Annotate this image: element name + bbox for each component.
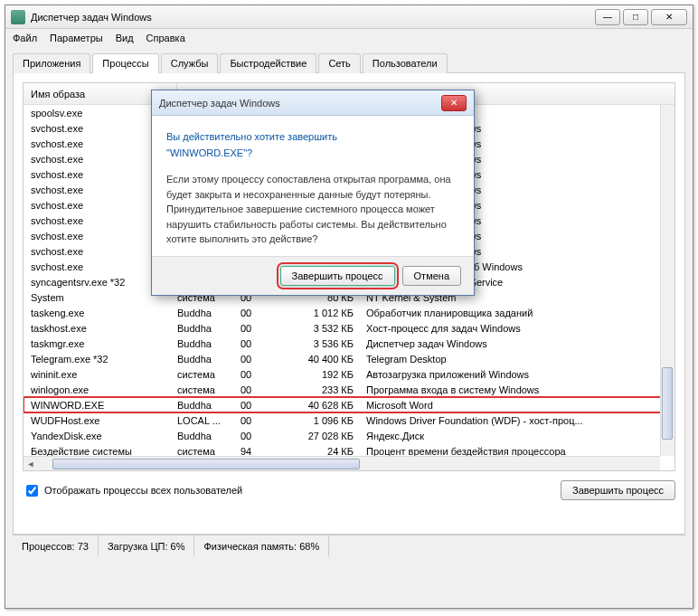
status-memory: Физическая память: 68%: [194, 535, 329, 556]
cell-mem: 3 532 КБ: [275, 323, 361, 334]
table-row[interactable]: taskmgr.exeBuddha003 536 КБДиспетчер зад…: [24, 336, 674, 351]
cell-cpu: 00: [241, 323, 275, 334]
cell-user: система: [177, 384, 241, 395]
status-processes: Процессов: 73: [13, 535, 99, 556]
dialog-end-process-button[interactable]: Завершить процесс: [280, 266, 395, 286]
tab-net[interactable]: Сеть: [318, 53, 360, 73]
cell-user: Buddha: [177, 308, 241, 318]
cell-mem: 1 096 КБ: [275, 415, 361, 426]
status-cpu: Загрузка ЦП: 6%: [99, 535, 195, 556]
cell-user: Buddha: [177, 400, 241, 411]
menu-file[interactable]: Файл: [13, 33, 37, 43]
vertical-scrollbar[interactable]: [660, 105, 674, 456]
scroll-thumb-h[interactable]: [52, 459, 360, 469]
cell-name: YandexDisk.exe: [24, 431, 177, 441]
close-button[interactable]: ✕: [651, 9, 687, 25]
cell-name: WINWORD.EXE: [24, 400, 177, 411]
cell-mem: 40 628 КБ: [275, 400, 361, 411]
cell-name: wininit.exe: [24, 369, 177, 380]
horizontal-scrollbar[interactable]: ◄: [24, 456, 660, 470]
cell-cpu: 94: [241, 446, 275, 457]
cell-mem: 3 536 КБ: [275, 338, 361, 349]
table-row[interactable]: Telegram.exe *32Buddha0040 400 КБTelegra…: [24, 351, 674, 366]
scroll-left-icon[interactable]: ◄: [24, 457, 38, 471]
cell-name: taskhost.exe: [24, 323, 177, 334]
cell-name: taskmgr.exe: [24, 338, 177, 349]
tab-perf[interactable]: Быстродействие: [220, 53, 316, 73]
statusbar: Процессов: 73 Загрузка ЦП: 6% Физическая…: [13, 535, 685, 556]
cell-desc: Microsoft Word: [361, 400, 674, 411]
tab-processes[interactable]: Процессы: [92, 53, 158, 73]
table-row[interactable]: WINWORD.EXEBuddha0040 628 КБMicrosoft Wo…: [24, 397, 674, 412]
cell-cpu: 00: [241, 415, 275, 426]
show-all-label: Отображать процессы всех пользователей: [44, 485, 242, 496]
cell-mem: 40 400 КБ: [275, 354, 361, 365]
cell-mem: 1 012 КБ: [275, 308, 361, 318]
cell-cpu: 00: [241, 354, 275, 365]
cell-cpu: 00: [241, 338, 275, 349]
cell-name: taskeng.exe: [24, 308, 177, 318]
menubar: Файл Параметры Вид Справка: [5, 29, 693, 47]
cell-desc: Процент времени бездействия процессора: [361, 446, 674, 457]
confirm-dialog: Диспетчер задач Windows ✕ Вы действитель…: [151, 90, 475, 296]
end-process-button[interactable]: Завершить процесс: [561, 480, 675, 500]
cell-desc: Telegram Desktop: [361, 354, 674, 365]
cell-name: Telegram.exe *32: [24, 354, 177, 365]
cell-desc: Диспетчер задач Windows: [361, 338, 674, 349]
window-title: Диспетчер задач Windows: [31, 12, 595, 23]
cell-user: Buddha: [177, 338, 241, 349]
dialog-text: Если этому процессу сопоставлена открыта…: [166, 172, 459, 247]
menu-help[interactable]: Справка: [146, 33, 185, 43]
maximize-button[interactable]: □: [623, 9, 648, 25]
cell-desc: Яндекс.Диск: [361, 431, 674, 441]
minimize-button[interactable]: —: [595, 9, 620, 25]
cell-user: система: [177, 369, 241, 380]
cell-mem: 192 КБ: [275, 369, 361, 380]
cell-user: Buddha: [177, 323, 241, 334]
dialog-title: Диспетчер задач Windows: [159, 98, 441, 109]
cell-user: Buddha: [177, 431, 241, 441]
table-row[interactable]: YandexDisk.exeBuddha0027 028 КБЯндекс.Ди…: [24, 428, 674, 443]
cell-mem: 24 КБ: [275, 446, 361, 457]
table-row[interactable]: winlogon.exeсистема00233 КБПрограмма вхо…: [24, 382, 674, 397]
menu-view[interactable]: Вид: [116, 33, 134, 43]
cell-cpu: 00: [241, 400, 275, 411]
cell-user: Buddha: [177, 354, 241, 365]
cell-cpu: 00: [241, 308, 275, 318]
dialog-question: Вы действительно хотите завершить "WINWO…: [166, 128, 459, 161]
cell-desc: Автозагрузка приложений Windows: [361, 369, 674, 380]
cell-name: winlogon.exe: [24, 384, 177, 395]
dialog-titlebar[interactable]: Диспетчер задач Windows ✕: [152, 90, 474, 116]
cell-name: WUDFHost.exe: [24, 415, 177, 426]
cell-cpu: 00: [241, 369, 275, 380]
dialog-close-button[interactable]: ✕: [441, 95, 467, 111]
tab-users[interactable]: Пользователи: [363, 53, 448, 73]
cell-desc: Хост-процесс для задач Windows: [361, 323, 674, 334]
cell-cpu: 00: [241, 384, 275, 395]
app-icon: [11, 10, 25, 24]
titlebar[interactable]: Диспетчер задач Windows — □ ✕: [5, 5, 693, 29]
show-all-checkbox-input[interactable]: [26, 485, 38, 497]
cell-desc: Windows Driver Foundation (WDF) - хост-п…: [361, 415, 674, 426]
cell-user: LOCAL ...: [177, 415, 241, 426]
cell-desc: Обработчик планировщика заданий: [361, 308, 674, 318]
menu-options[interactable]: Параметры: [50, 33, 103, 43]
cell-mem: 27 028 КБ: [275, 431, 361, 441]
cell-user: система: [177, 446, 241, 457]
cell-desc: Программа входа в систему Windows: [361, 384, 674, 395]
show-all-users-checkbox[interactable]: Отображать процессы всех пользователей: [23, 482, 242, 499]
table-row[interactable]: WUDFHost.exeLOCAL ...001 096 КБWindows D…: [24, 412, 674, 428]
cell-cpu: 00: [241, 431, 275, 441]
table-row[interactable]: taskhost.exeBuddha003 532 КБХост-процесс…: [24, 320, 674, 336]
cell-mem: 233 КБ: [275, 384, 361, 395]
tabs: Приложения Процессы Службы Быстродействи…: [13, 52, 685, 73]
tab-apps[interactable]: Приложения: [13, 53, 90, 73]
dialog-cancel-button[interactable]: Отмена: [402, 266, 461, 286]
table-row[interactable]: taskeng.exeBuddha001 012 КБОбработчик пл…: [24, 305, 674, 320]
scroll-thumb-v[interactable]: [662, 367, 673, 440]
tab-services[interactable]: Службы: [161, 53, 219, 73]
table-row[interactable]: wininit.exeсистема00192 КБАвтозагрузка п…: [24, 366, 674, 382]
cell-name: Бездействие системы: [24, 446, 177, 457]
